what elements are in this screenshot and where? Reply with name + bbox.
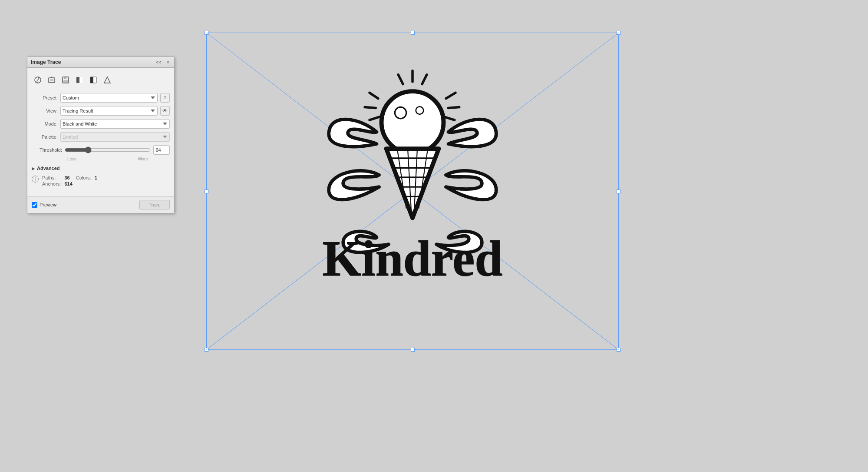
panel-body: Preset: Custom ≡ View: Tracing Result 👁 …: [27, 68, 174, 196]
threshold-label: Threshold:: [32, 147, 62, 153]
preset-select[interactable]: Custom: [60, 93, 158, 103]
svg-rect-8: [79, 77, 83, 83]
svg-line-21: [365, 107, 376, 108]
outline-icon-btn[interactable]: [101, 74, 113, 86]
info-icon: i: [32, 176, 39, 183]
palette-select[interactable]: Limited: [60, 132, 170, 142]
handle-top-center[interactable]: [411, 31, 415, 35]
paths-value: 36: [64, 175, 72, 180]
view-eye-icon-btn[interactable]: 👁: [160, 106, 170, 116]
black-white-icon-btn[interactable]: [87, 74, 99, 86]
handle-bottom-center[interactable]: [411, 348, 415, 352]
svg-line-14: [398, 75, 403, 84]
handle-bottom-right[interactable]: [617, 348, 620, 352]
icon-toolbar: [32, 72, 170, 88]
bottom-bar: Preview Trace: [27, 196, 174, 213]
svg-marker-11: [104, 77, 110, 83]
svg-rect-5: [64, 77, 66, 79]
svg-line-20: [370, 93, 378, 98]
advanced-row[interactable]: ▶ Advanced: [32, 166, 170, 171]
artwork-container[interactable]: Kindred: [206, 33, 619, 350]
paths-key: Paths:: [42, 175, 61, 180]
threshold-hint-more: More: [138, 156, 148, 161]
panel-close-button[interactable]: ×: [165, 59, 171, 65]
preset-row: Preset: Custom ≡: [32, 93, 170, 103]
svg-point-2: [51, 77, 53, 78]
svg-point-25: [416, 106, 424, 114]
preset-list-icon-btn[interactable]: ≡: [160, 93, 170, 103]
image-trace-panel: Image Trace << ×: [27, 57, 175, 213]
svg-text:Kindred: Kindred: [322, 231, 502, 286]
panel-minimize-button[interactable]: <<: [155, 59, 163, 65]
stats-grid: Paths: 36 Colors: 1 Anchors: 614: [42, 175, 97, 186]
preview-label: Preview: [40, 202, 56, 207]
palette-label: Palette:: [32, 134, 58, 140]
artwork-svg: Kindred: [293, 65, 532, 295]
anchors-value: 614: [64, 181, 72, 186]
canvas-area: Kindred: [195, 17, 630, 365]
grayscale-icon-btn[interactable]: [73, 74, 86, 86]
eye-icon: 👁: [162, 108, 168, 114]
panel-controls: << ×: [155, 59, 171, 65]
view-row: View: Tracing Result 👁: [32, 106, 170, 116]
panel-titlebar: Image Trace << ×: [27, 57, 174, 68]
advanced-arrow-icon: ▶: [32, 166, 35, 171]
threshold-hint-less: Less: [67, 156, 76, 161]
svg-rect-10: [90, 77, 93, 83]
list-icon: ≡: [163, 95, 166, 101]
advanced-label: Advanced: [37, 166, 60, 171]
mode-row: Mode: Black and White Color Grayscale: [32, 119, 170, 129]
svg-line-22: [370, 116, 380, 120]
anchors-key: Anchors:: [42, 181, 61, 186]
preview-checkbox-label[interactable]: Preview: [32, 202, 56, 208]
view-label: View:: [32, 108, 58, 113]
svg-line-16: [422, 75, 427, 84]
handle-bottom-left[interactable]: [205, 348, 208, 352]
svg-point-24: [395, 107, 406, 118]
save-icon-btn[interactable]: [59, 74, 72, 86]
preset-label: Preset:: [32, 95, 58, 100]
panel-title: Image Trace: [31, 59, 61, 65]
svg-rect-3: [50, 79, 53, 81]
handle-top-right[interactable]: [617, 31, 620, 35]
svg-line-18: [449, 107, 459, 108]
trace-button[interactable]: Trace: [139, 200, 170, 209]
svg-line-17: [446, 93, 455, 98]
threshold-input[interactable]: [153, 145, 170, 155]
preview-checkbox[interactable]: [32, 202, 37, 208]
colors-key: Colors:: [76, 175, 91, 180]
handle-top-left[interactable]: [205, 31, 208, 35]
mode-label: Mode:: [32, 121, 58, 126]
auto-color-icon-btn[interactable]: [32, 74, 44, 86]
handle-middle-left[interactable]: [205, 189, 208, 193]
svg-rect-6: [63, 80, 68, 83]
threshold-row: Threshold:: [32, 145, 170, 155]
palette-row: Palette: Limited: [32, 132, 170, 142]
threshold-hints: Less More: [32, 156, 170, 161]
svg-point-23: [382, 91, 444, 153]
stats-row: i Paths: 36 Colors: 1 Anchors: 614: [32, 175, 170, 186]
colors-value: 1: [95, 175, 97, 180]
view-select[interactable]: Tracing Result: [60, 106, 158, 116]
handle-middle-right[interactable]: [617, 189, 620, 193]
high-color-icon-btn[interactable]: [46, 74, 58, 86]
mode-select[interactable]: Black and White Color Grayscale: [60, 119, 170, 129]
threshold-slider[interactable]: [65, 147, 151, 153]
